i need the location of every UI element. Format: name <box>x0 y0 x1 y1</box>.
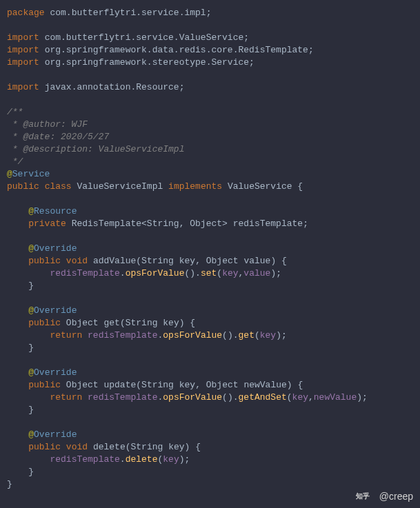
keyword-public: public <box>28 256 61 266</box>
keyword-import: import <box>7 82 39 92</box>
annotation-override: Override <box>34 367 77 378</box>
svg-text:知乎: 知乎 <box>356 492 370 500</box>
redis-ref: redisTemplate <box>50 454 119 465</box>
redis-field: redisTemplate <box>233 219 303 229</box>
code-editor: package com.butterflytri.service.impl; i… <box>7 7 413 491</box>
call-opsforvalue: opsForValue <box>126 268 185 278</box>
javadoc-description: * @description: ValueServiceImpl <box>7 144 184 154</box>
javadoc-author: * @author: WJF <box>7 119 88 130</box>
keyword-public: public <box>28 318 61 328</box>
annotation-resource: Resource <box>34 206 77 216</box>
method-get: get <box>103 318 119 328</box>
annotation-service: Service <box>12 169 50 179</box>
annotation-override: Override <box>34 243 77 254</box>
keyword-package: package <box>7 8 45 18</box>
call-set: set <box>201 268 217 278</box>
redis-ref: redisTemplate <box>50 268 119 278</box>
import-1: com.butterflytri.service.ValueService <box>45 32 244 43</box>
import-3: org.springframework.stereotype.Service <box>45 57 249 68</box>
interface-name: ValueService <box>228 181 292 192</box>
method-delete: delete <box>93 442 126 452</box>
call-opsforvalue: opsForValue <box>163 392 222 403</box>
method-addvalue: addValue <box>93 256 136 266</box>
keyword-return: return <box>50 330 82 341</box>
keyword-private: private <box>28 219 66 229</box>
import-2: org.springframework.data.redis.core.Redi… <box>45 45 308 55</box>
annotation-override: Override <box>34 429 77 440</box>
keyword-import: import <box>7 57 39 68</box>
annotation-at: @ <box>28 429 34 440</box>
annotation-at: @ <box>28 206 34 216</box>
javadoc-date: * @date: 2020/5/27 <box>7 132 109 142</box>
redis-ref: redisTemplate <box>88 330 157 341</box>
javadoc-end: */ <box>7 156 23 167</box>
import-4: javax.annotation.Resource <box>45 82 179 92</box>
annotation-override: Override <box>34 305 77 316</box>
package-path: com.butterflytri.service.impl <box>50 8 206 18</box>
keyword-implements: implements <box>168 181 222 192</box>
call-getandset: getAndSet <box>239 392 287 403</box>
keyword-class: class <box>45 181 72 192</box>
keyword-import: import <box>7 45 39 55</box>
keyword-public: public <box>7 181 39 192</box>
watermark-text: @creep <box>379 490 413 502</box>
annotation-at: @ <box>28 305 34 316</box>
call-delete: delete <box>126 454 158 465</box>
keyword-public: public <box>28 442 61 452</box>
method-update: update <box>103 380 136 390</box>
class-name: ValueServiceImpl <box>77 181 163 192</box>
annotation-at: @ <box>28 243 34 254</box>
keyword-import: import <box>7 32 39 43</box>
redis-ref: redisTemplate <box>88 392 157 403</box>
zhihu-icon: 知乎 <box>356 491 375 501</box>
javadoc-start: /** <box>7 107 23 117</box>
keyword-public: public <box>28 380 61 390</box>
redis-type: RedisTemplate<String, Object> <box>72 219 228 229</box>
keyword-void: void <box>66 442 88 452</box>
call-opsforvalue: opsForValue <box>163 330 222 341</box>
keyword-return: return <box>50 392 82 403</box>
keyword-void: void <box>66 256 88 266</box>
call-get: get <box>239 330 254 341</box>
annotation-at: @ <box>28 367 34 378</box>
watermark: 知乎 @creep <box>356 490 413 502</box>
annotation-at: @ <box>7 169 12 179</box>
